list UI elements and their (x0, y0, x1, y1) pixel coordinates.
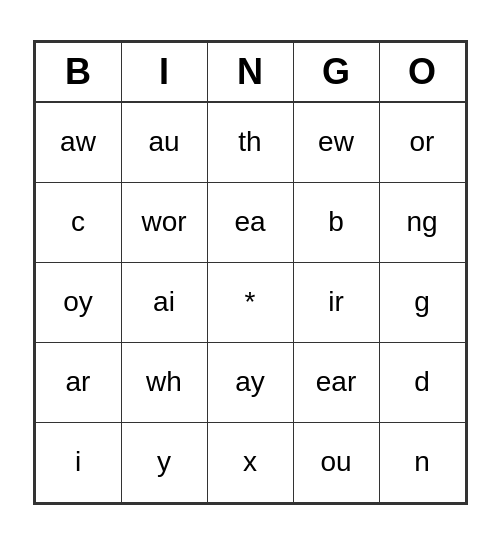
cell-r2-c0: oy (35, 262, 121, 342)
cell-r4-c3: ou (293, 422, 379, 502)
cell-r4-c4: n (379, 422, 465, 502)
cell-r0-c0: aw (35, 102, 121, 182)
cell-r3-c2: ay (207, 342, 293, 422)
cell-r0-c3: ew (293, 102, 379, 182)
header-cell-i: I (121, 42, 207, 102)
header-cell-o: O (379, 42, 465, 102)
cell-r4-c2: x (207, 422, 293, 502)
cell-r3-c3: ear (293, 342, 379, 422)
cell-r1-c0: c (35, 182, 121, 262)
cell-r1-c1: wor (121, 182, 207, 262)
cell-r3-c1: wh (121, 342, 207, 422)
cell-r0-c1: au (121, 102, 207, 182)
table-row: iyxoun (35, 422, 465, 502)
bingo-card: BINGO awautheworcworeabngoyai*irgarwhaye… (33, 40, 468, 505)
cell-r1-c2: ea (207, 182, 293, 262)
header-cell-n: N (207, 42, 293, 102)
cell-r1-c3: b (293, 182, 379, 262)
header-cell-g: G (293, 42, 379, 102)
cell-r0-c4: or (379, 102, 465, 182)
bingo-table: BINGO awautheworcworeabngoyai*irgarwhaye… (35, 42, 466, 503)
cell-r3-c4: d (379, 342, 465, 422)
cell-r2-c1: ai (121, 262, 207, 342)
cell-r0-c2: th (207, 102, 293, 182)
cell-r3-c0: ar (35, 342, 121, 422)
cell-r1-c4: ng (379, 182, 465, 262)
header-cell-b: B (35, 42, 121, 102)
table-row: arwhayeard (35, 342, 465, 422)
cell-r4-c0: i (35, 422, 121, 502)
cell-r2-c2: * (207, 262, 293, 342)
table-row: oyai*irg (35, 262, 465, 342)
cell-r2-c3: ir (293, 262, 379, 342)
cell-r2-c4: g (379, 262, 465, 342)
table-row: cworeabng (35, 182, 465, 262)
cell-r4-c1: y (121, 422, 207, 502)
table-row: awauthewor (35, 102, 465, 182)
header-row: BINGO (35, 42, 465, 102)
